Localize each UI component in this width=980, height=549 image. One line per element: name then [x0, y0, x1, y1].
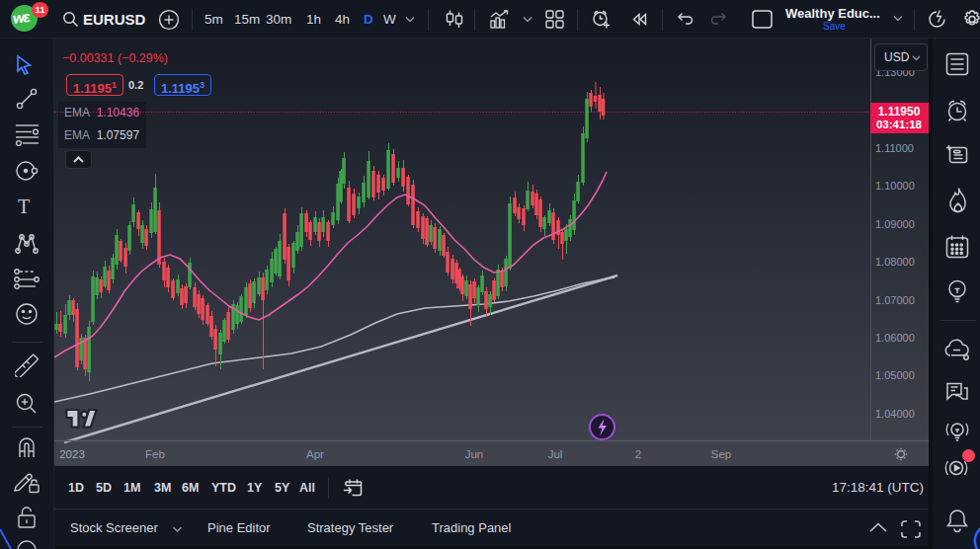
svg-text:1.11950: 1.11950 [878, 105, 921, 118]
svg-text:1.06000: 1.06000 [875, 332, 915, 344]
svg-text:1.09000: 1.09000 [875, 218, 915, 230]
svg-text:03:41:18: 03:41:18 [876, 118, 923, 130]
svg-text:1.05000: 1.05000 [875, 369, 915, 381]
svg-text:1.04000: 1.04000 [875, 408, 915, 420]
svg-text:Jul: Jul [548, 448, 563, 460]
svg-text:2023: 2023 [59, 448, 85, 460]
svg-text:Jun: Jun [465, 448, 484, 460]
svg-text:Sep: Sep [711, 448, 731, 460]
svg-text:1.08000: 1.08000 [875, 256, 915, 268]
svg-text:Apr: Apr [306, 448, 324, 460]
svg-text:2: 2 [635, 448, 641, 460]
svg-text:1.07000: 1.07000 [875, 294, 915, 306]
svg-text:1.10000: 1.10000 [875, 180, 915, 192]
svg-text:Feb: Feb [145, 448, 165, 460]
svg-text:1.11000: 1.11000 [875, 142, 914, 154]
